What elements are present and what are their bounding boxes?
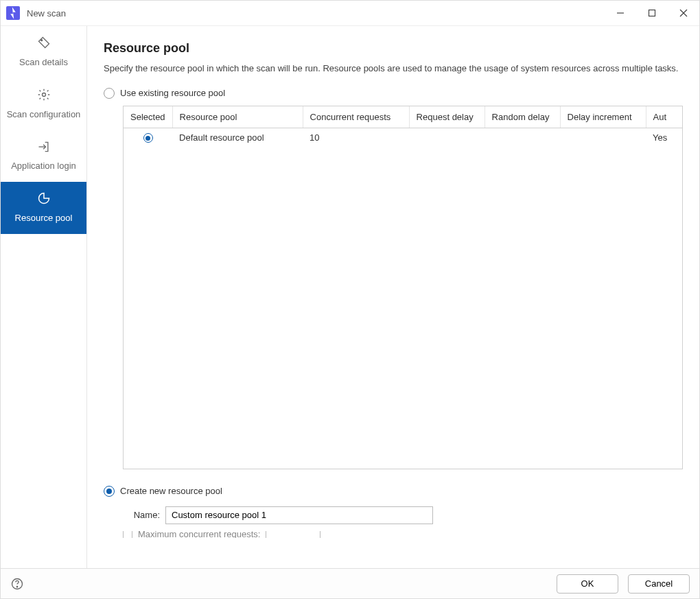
sidebar-item-label: Scan details (19, 57, 68, 69)
login-icon (37, 140, 51, 157)
gear-icon (37, 88, 51, 105)
col-delay-increment[interactable]: Delay increment (560, 106, 646, 128)
footer: OK Cancel (1, 568, 699, 598)
svg-rect-1 (649, 10, 655, 16)
radio-icon (104, 88, 115, 99)
max-concurrent-input[interactable] (266, 531, 320, 538)
sidebar: Scan details Scan configuration Applicat… (1, 26, 86, 568)
table-row[interactable]: Default resource pool 10 Yes (124, 128, 682, 147)
cell-delay-increment (560, 128, 646, 147)
help-icon[interactable] (10, 577, 24, 591)
close-button[interactable] (668, 1, 699, 25)
sidebar-item-label: Resource pool (15, 213, 73, 224)
option-create-new[interactable]: Create new resource pool (104, 486, 683, 497)
name-input[interactable] (165, 506, 433, 524)
col-request-delay[interactable]: Request delay (409, 106, 485, 128)
col-concurrent-requests[interactable]: Concurrent requests (303, 106, 409, 128)
cell-concurrent-requests: 10 (303, 128, 409, 147)
form-name-row: Name: (123, 506, 683, 524)
cell-resource-pool: Default resource pool (172, 128, 303, 147)
app-icon (6, 6, 20, 20)
row-radio-icon (143, 133, 153, 143)
option-label: Create new resource pool (120, 486, 222, 496)
content-panel: Resource pool Specify the resource pool … (86, 26, 699, 568)
col-random-delay[interactable]: Random delay (485, 106, 560, 128)
sidebar-item-label: Application login (11, 161, 76, 172)
window-controls (605, 1, 699, 25)
form-max-concurrent-row: Maximum concurrent requests: (123, 531, 683, 538)
name-label: Name: (123, 510, 160, 520)
sidebar-item-label: Scan configuration (7, 109, 81, 121)
minimize-button[interactable] (605, 1, 636, 25)
tag-icon (37, 36, 51, 53)
resource-pool-table: Selected Resource pool Concurrent reques… (124, 106, 682, 148)
sidebar-item-scan-details[interactable]: Scan details (1, 26, 86, 78)
page-description: Specify the resource pool in which the s… (104, 62, 683, 75)
pie-chart-icon (37, 191, 51, 209)
sidebar-item-resource-pool[interactable]: Resource pool (1, 182, 86, 234)
option-label: Use existing resource pool (120, 88, 225, 98)
option-use-existing[interactable]: Use existing resource pool (104, 88, 683, 99)
resource-pool-table-wrap: Selected Resource pool Concurrent reques… (123, 106, 683, 469)
radio-icon (104, 486, 115, 497)
page-heading: Resource pool (104, 41, 683, 56)
col-resource-pool[interactable]: Resource pool (172, 106, 303, 128)
max-concurrent-label: Maximum concurrent requests: (138, 531, 260, 538)
ok-button[interactable]: OK (557, 574, 618, 594)
cell-auto-throttle: Yes (646, 128, 682, 147)
svg-point-4 (40, 40, 42, 41)
cell-random-delay (485, 128, 560, 147)
maximize-button[interactable] (636, 1, 668, 25)
cancel-button[interactable]: Cancel (628, 574, 690, 594)
svg-point-5 (42, 93, 45, 96)
main-area: Scan details Scan configuration Applicat… (1, 25, 699, 568)
sidebar-item-scan-configuration[interactable]: Scan configuration (1, 78, 86, 130)
window-title: New scan (27, 8, 605, 19)
sidebar-item-application-login[interactable]: Application login (1, 130, 86, 183)
cell-selected[interactable] (124, 128, 172, 147)
checkbox-icon[interactable] (123, 531, 132, 538)
cell-request-delay (409, 128, 485, 147)
svg-point-7 (16, 586, 17, 587)
titlebar: New scan (1, 1, 699, 25)
col-auto-throttle[interactable]: Aut (646, 106, 682, 128)
col-selected[interactable]: Selected (124, 106, 172, 128)
